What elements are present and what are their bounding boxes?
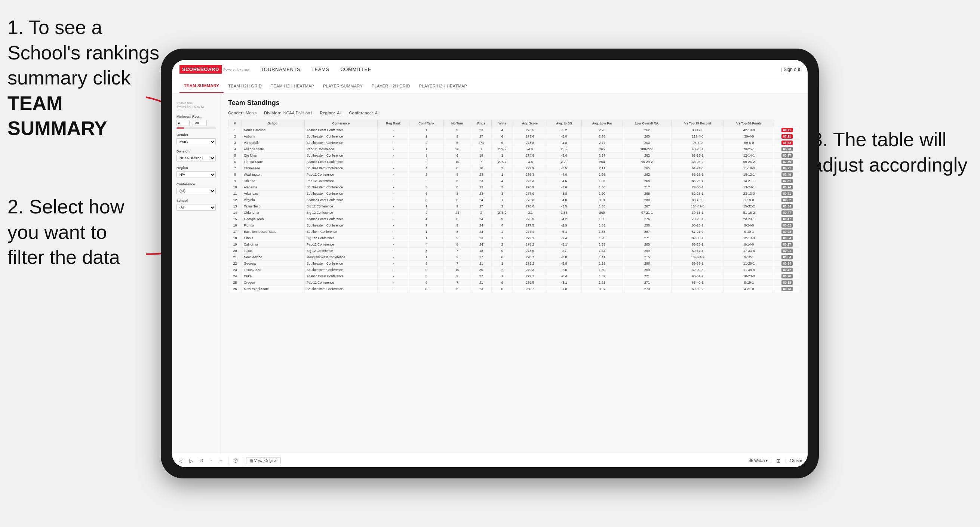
tab-player-h2h-heatmap[interactable]: PLAYER H2H HEATMAP: [415, 79, 471, 93]
table-cell: 9: [444, 203, 471, 210]
view-original-button[interactable]: ▤ View: Original: [246, 457, 281, 464]
sign-out[interactable]: | Sign out: [781, 67, 800, 72]
tab-player-summary[interactable]: PLAYER SUMMARY: [318, 79, 367, 93]
table-cell: 23: [471, 127, 492, 133]
score-cell: 87.21: [774, 133, 800, 140]
table-row: 18IllinoisBig Ten Conference-19231279.1-…: [229, 235, 800, 241]
tablet-screen: SCOREBOARD Powered by clippi TOURNAMENTS…: [172, 60, 808, 467]
table-cell: 1: [492, 171, 513, 178]
table-cell: 276.9: [513, 216, 547, 222]
table-cell: 273.6: [513, 133, 547, 140]
nav-teams[interactable]: TEAMS: [312, 67, 329, 72]
table-cell: -4.0: [513, 146, 547, 152]
table-row: 26Mississippi StateSoutheastern Conferen…: [229, 286, 800, 292]
logo-subtitle: Powered by clippi: [223, 68, 250, 71]
table-row: 2AuburnSoutheastern Conference-19276273.…: [229, 133, 800, 140]
table-cell: 1.41: [581, 254, 622, 260]
table-cell: 9-12-1: [724, 254, 774, 260]
table-cell: 280.7: [513, 286, 547, 292]
tab-team-h2h-grid[interactable]: TEAM H2H GRID: [224, 79, 266, 93]
table-cell: 95-29-2: [622, 159, 671, 165]
table-cell: 2.37: [581, 152, 622, 159]
table-cell: 6: [444, 152, 471, 159]
table-cell: 21: [229, 254, 242, 260]
filter-conference-select[interactable]: (All): [177, 187, 216, 194]
table-cell: -4.2: [547, 216, 581, 222]
share-button[interactable]: ⤴ Share: [789, 459, 802, 463]
table-cell: 279.2: [513, 260, 547, 267]
toolbar-forward[interactable]: ▷: [188, 457, 195, 465]
table-cell: 3: [229, 140, 242, 146]
table-cell: Southeastern Conference: [305, 286, 378, 292]
filter-division-select[interactable]: NCAA Division I: [177, 155, 216, 162]
table-cell: 27: [471, 203, 492, 210]
table-cell: 2: [229, 133, 242, 140]
table-cell: Atlantic Coast Conference: [305, 159, 378, 165]
table-cell: 9: [444, 133, 471, 140]
col-rank: #: [229, 120, 242, 127]
table-cell: Southeastern Conference: [305, 152, 378, 159]
table-cell: 5: [409, 184, 444, 190]
table-cell: Southeastern Conference: [305, 267, 378, 273]
toolbar-refresh[interactable]: ↺: [198, 457, 205, 465]
tab-team-summary[interactable]: TEAM SUMMARY: [180, 79, 224, 93]
table-cell: 60-39-2: [671, 286, 724, 292]
table-cell: -2.0: [547, 267, 581, 273]
toolbar-grid[interactable]: ⊞: [775, 457, 782, 465]
table-cell: 95-6-0: [671, 140, 724, 146]
toolbar-back[interactable]: ◁: [178, 457, 185, 465]
rank-slider[interactable]: [177, 127, 216, 129]
col-avg-low-par: Avg. Low Par: [581, 120, 622, 127]
table-cell: -5.8: [547, 260, 581, 267]
table-cell: Alabama: [242, 184, 304, 190]
score-cell: 80.32: [774, 197, 800, 203]
table-cell: 100-27-1: [622, 146, 671, 152]
filter-region-select[interactable]: N/A: [177, 171, 216, 178]
table-row: 7TennesseeSoutheastern Conference-461822…: [229, 165, 800, 171]
table-cell: 267: [622, 229, 671, 235]
nav-committee[interactable]: COMMITTEE: [340, 67, 371, 72]
table-cell: 277.4: [513, 229, 547, 235]
table-row: 20TexasBig 12 Conference-37180278.60.71.…: [229, 248, 800, 254]
nav-tournaments[interactable]: TOURNAMENTS: [261, 67, 300, 72]
score-cell: 80.54: [774, 260, 800, 267]
table-cell: 59-39-1: [671, 260, 724, 267]
toolbar-clock[interactable]: ⏱: [231, 457, 240, 465]
toolbar-add[interactable]: ＋: [217, 457, 225, 465]
table-cell: 12: [229, 197, 242, 203]
filter-gender: Gender Men's: [177, 133, 216, 145]
tab-team-h2h-heatmap[interactable]: TEAM H2H HEATMAP: [266, 79, 318, 93]
table-cell: 2: [492, 165, 513, 171]
table-cell: Southeastern Conference: [305, 140, 378, 146]
table-cell: -4.6: [547, 178, 581, 184]
table-cell: 2: [471, 210, 492, 216]
table-cell: 87-21-2: [671, 229, 724, 235]
tab-player-h2h-grid[interactable]: PLAYER H2H GRID: [367, 79, 415, 93]
table-cell: -: [377, 216, 409, 222]
watch-button[interactable]: 👁 Watch ▾: [749, 459, 768, 463]
score-cell: 80.42: [774, 267, 800, 273]
score-cell: 84.21: [774, 165, 800, 171]
table-area: Team Standings Gender: Men's Division: N…: [221, 94, 808, 454]
table-row: 25OregonPac-12 Conference-97219279.5-3.1…: [229, 279, 800, 286]
table-cell: 15-32-2: [724, 203, 774, 210]
table-row: 22GeorgiaSoutheastern Conference-8721127…: [229, 260, 800, 267]
table-cell: 8: [444, 241, 471, 248]
table-cell: 7: [409, 222, 444, 229]
filter-display-gender: Gender: Men's: [228, 111, 256, 115]
table-cell: 23: [471, 178, 492, 184]
filter-gender-select[interactable]: Men's: [177, 138, 216, 145]
table-cell: 1.53: [581, 241, 622, 248]
table-cell: Mountain West Conference: [305, 254, 378, 260]
table-cell: 2: [409, 159, 444, 165]
table-cell: -: [377, 229, 409, 235]
filter-school-select[interactable]: (All): [177, 204, 216, 211]
table-cell: -: [377, 133, 409, 140]
table-cell: 9-19-1: [724, 279, 774, 286]
filter-rank-from[interactable]: [177, 120, 189, 126]
toolbar-share2[interactable]: ↑: [208, 457, 214, 465]
table-cell: 8: [444, 197, 471, 203]
table-cell: -1.4: [547, 235, 581, 241]
filter-rank-to[interactable]: [194, 120, 207, 126]
table-cell: 268: [622, 178, 671, 184]
